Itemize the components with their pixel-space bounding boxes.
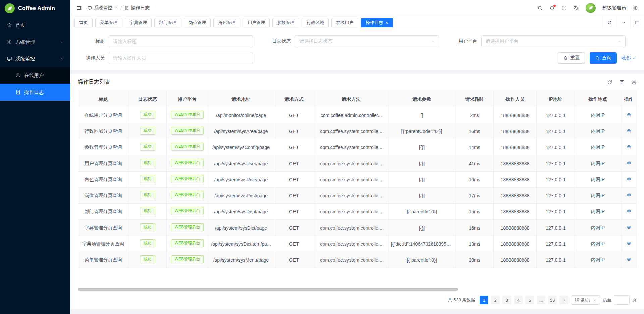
page-button-4[interactable]: 4 xyxy=(514,296,523,304)
search-icon[interactable] xyxy=(537,5,543,11)
user-name[interactable]: 超级管理员 xyxy=(602,5,626,11)
user-platform-select[interactable]: 请选择用户平台 xyxy=(481,35,626,47)
page-button-2[interactable]: 2 xyxy=(491,296,500,304)
cell-request-url: /api/system/sysMenu/page xyxy=(208,252,274,268)
cell-action xyxy=(621,220,637,236)
view-detail-eye-icon[interactable] xyxy=(627,193,631,197)
next-page-button[interactable] xyxy=(559,296,568,304)
tab-7[interactable]: 用户管理 xyxy=(243,18,270,27)
breadcrumb-separator: / xyxy=(120,5,122,11)
platform-tag: WEB管理后台 xyxy=(171,191,204,199)
cell-duration: 17ms xyxy=(455,188,494,204)
page-size-select[interactable]: 10 条/页 xyxy=(571,295,600,305)
view-detail-eye-icon[interactable] xyxy=(627,128,631,133)
menu-label: 系统管理 xyxy=(15,39,35,45)
chevron-down-icon xyxy=(618,40,621,43)
chevron-down-icon[interactable] xyxy=(616,16,630,29)
density-icon[interactable] xyxy=(619,80,625,85)
cell-platform: WEB管理后台 xyxy=(167,236,208,252)
operator-input[interactable] xyxy=(109,52,253,64)
cell-status: 成功 xyxy=(128,123,167,139)
cell-status: 成功 xyxy=(128,172,167,188)
user-avatar[interactable] xyxy=(586,3,596,13)
fullscreen-icon[interactable] xyxy=(561,5,567,11)
cell-title: 在线用户分页查询 xyxy=(78,107,128,123)
menu-label: 在线用户 xyxy=(24,72,44,79)
sidebar-item-operation-log[interactable]: 操作日志 xyxy=(0,84,70,101)
page-button-5[interactable]: 5 xyxy=(525,296,534,304)
view-detail-eye-icon[interactable] xyxy=(627,241,631,246)
tab-5[interactable]: 岗位管理 xyxy=(184,18,211,27)
page-suffix: 页 xyxy=(632,297,637,303)
tab-11[interactable]: 操作日志× xyxy=(361,18,393,27)
sidebar-item-system-management[interactable]: 系统管理 xyxy=(0,34,70,50)
notification-bell-icon[interactable] xyxy=(549,5,555,11)
tab-close-icon[interactable]: × xyxy=(385,20,388,25)
reset-button[interactable]: 重置 xyxy=(558,52,585,64)
tab-10[interactable]: 在线用户 xyxy=(331,18,358,27)
filter-field-operator: 操作人员 xyxy=(78,52,264,64)
cell-request-method: GET xyxy=(274,107,314,123)
view-detail-eye-icon[interactable] xyxy=(627,257,631,262)
sidebar-item-home[interactable]: 首页 xyxy=(0,17,70,34)
tab-8[interactable]: 参数管理 xyxy=(272,18,299,27)
cell-operator: 18888888888 xyxy=(494,204,537,220)
menu-fold-icon[interactable] xyxy=(76,5,82,11)
refresh-icon[interactable] xyxy=(607,80,612,85)
log-status-select[interactable]: 请选择日志状态 xyxy=(295,35,439,47)
page-button-3[interactable]: 3 xyxy=(502,296,511,304)
table-row: 字典管理分页查询成功WEB管理后台/api/system/sysDict/pag… xyxy=(78,220,637,236)
view-detail-eye-icon[interactable] xyxy=(627,177,631,181)
tab-2[interactable]: 菜单管理 xyxy=(95,18,122,27)
cell-request-url: /api/system/sysPost/page xyxy=(208,188,274,204)
cell-request-function: com.coffee.system.controlle... xyxy=(314,172,388,188)
view-detail-eye-icon[interactable] xyxy=(627,161,631,165)
sidebar-submenu: 在线用户 操作日志 xyxy=(0,67,70,101)
cell-location: 内网IP xyxy=(575,220,621,236)
tab-6[interactable]: 角色管理 xyxy=(213,18,240,27)
view-detail-eye-icon[interactable] xyxy=(627,225,631,230)
scrollbar-thumb[interactable] xyxy=(78,288,458,291)
horizontal-scrollbar[interactable] xyxy=(78,288,637,291)
cell-action xyxy=(621,123,637,139)
translate-icon[interactable] xyxy=(574,5,579,11)
tab-4[interactable]: 部门管理 xyxy=(154,18,181,27)
jump-page-input[interactable] xyxy=(614,295,630,305)
page-button-1[interactable]: 1 xyxy=(480,296,488,304)
layout-icon[interactable] xyxy=(630,16,644,29)
tab-label: 用户管理 xyxy=(248,20,265,26)
view-detail-eye-icon[interactable] xyxy=(627,112,631,117)
breadcrumb: 系统监控 / 操作日志 xyxy=(87,5,150,11)
sidebar-item-system-monitor[interactable]: 系统监控 xyxy=(0,50,70,67)
reset-label: 重置 xyxy=(570,55,580,61)
column-settings-gear-icon[interactable] xyxy=(631,80,637,85)
monitor-icon xyxy=(7,56,12,61)
cell-request-params: [{"parentId":0}] xyxy=(388,204,455,220)
cell-operator: 18888888888 xyxy=(494,107,537,123)
sidebar-item-online-users[interactable]: 在线用户 xyxy=(0,67,70,84)
status-tag: 成功 xyxy=(140,223,155,231)
cell-title: 字典管理分页查询 xyxy=(78,220,128,236)
cell-request-url: /api/system/sysDictItem/pa... xyxy=(208,236,274,252)
status-tag: 成功 xyxy=(140,127,155,135)
refresh-icon[interactable] xyxy=(603,16,616,29)
page-button-53[interactable]: 53 xyxy=(548,296,557,304)
view-detail-eye-icon[interactable] xyxy=(627,144,631,149)
breadcrumb-item-system-monitor[interactable]: 系统监控 xyxy=(87,5,118,11)
collapse-link[interactable]: 收起 xyxy=(622,55,636,61)
top-header: 系统监控 / 操作日志 超级管理员 xyxy=(70,0,644,16)
title-input[interactable] xyxy=(109,35,253,47)
cell-request-method: GET xyxy=(274,252,314,268)
cell-platform: WEB管理后台 xyxy=(167,188,208,204)
view-detail-eye-icon[interactable] xyxy=(627,209,631,213)
cell-status: 成功 xyxy=(128,107,167,123)
search-button[interactable]: 查询 xyxy=(590,52,617,64)
cell-request-method: GET xyxy=(274,123,314,139)
tab-3[interactable]: 字典管理 xyxy=(125,18,152,27)
tab-1[interactable]: 首页 xyxy=(74,18,93,27)
cell-operator: 18888888888 xyxy=(494,252,537,268)
breadcrumb-item-operation-log[interactable]: 操作日志 xyxy=(124,5,150,11)
tab-9[interactable]: 行政区域 xyxy=(302,18,329,27)
settings-gear-icon[interactable] xyxy=(633,5,638,11)
cell-duration: 13ms xyxy=(455,236,494,252)
